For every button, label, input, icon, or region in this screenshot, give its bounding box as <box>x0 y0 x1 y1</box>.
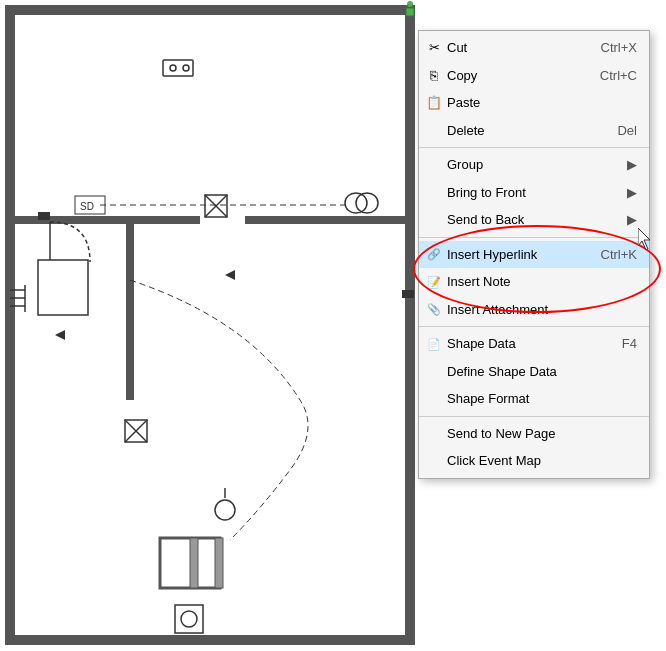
paste-icon: 📋 <box>425 94 443 112</box>
insert-hyperlink-label: Insert Hyperlink <box>447 245 537 265</box>
menu-item-bring-to-front[interactable]: Bring to Front ▶ <box>419 179 649 207</box>
send-to-new-page-label: Send to New Page <box>447 424 555 444</box>
separator-4 <box>419 416 649 417</box>
separator-1 <box>419 147 649 148</box>
svg-rect-37 <box>215 538 223 588</box>
menu-item-paste[interactable]: 📋 Paste <box>419 89 649 117</box>
menu-item-insert-note[interactable]: 📝 Insert Note <box>419 268 649 296</box>
menu-item-define-shape-data[interactable]: Define Shape Data <box>419 358 649 386</box>
delete-shortcut: Del <box>617 121 637 141</box>
svg-rect-34 <box>402 290 414 298</box>
shape-data-label: Shape Data <box>447 334 516 354</box>
insert-attachment-label: Insert Attachment <box>447 300 548 320</box>
send-to-back-label: Send to Back <box>447 210 524 230</box>
menu-item-delete[interactable]: Delete Del <box>419 117 649 145</box>
click-event-map-label: Click Event Map <box>447 451 541 471</box>
canvas: SD <box>0 0 666 651</box>
insert-note-label: Insert Note <box>447 272 511 292</box>
svg-rect-36 <box>190 538 198 588</box>
menu-item-shape-format[interactable]: Shape Format <box>419 385 649 413</box>
menu-item-cut[interactable]: ✂ Cut Ctrl+X <box>419 34 649 62</box>
svg-text:SD: SD <box>80 201 94 212</box>
cut-label: Cut <box>447 38 467 58</box>
svg-rect-18 <box>38 260 88 315</box>
bring-to-front-arrow: ▶ <box>627 183 637 203</box>
attachment-icon: 📎 <box>425 300 443 318</box>
menu-item-click-event-map[interactable]: Click Event Map <box>419 447 649 475</box>
svg-marker-32 <box>406 8 414 16</box>
menu-item-send-to-new-page[interactable]: Send to New Page <box>419 420 649 448</box>
svg-rect-15 <box>38 212 50 220</box>
menu-item-send-to-back[interactable]: Send to Back ▶ <box>419 206 649 234</box>
shape-format-label: Shape Format <box>447 389 529 409</box>
paste-label: Paste <box>447 93 480 113</box>
context-menu: ✂ Cut Ctrl+X ⎘ Copy Ctrl+C 📋 Paste Delet… <box>418 30 650 479</box>
svg-marker-24 <box>225 270 235 280</box>
svg-point-26 <box>215 500 235 520</box>
hyperlink-icon: 🔗 <box>425 245 443 263</box>
cut-shortcut: Ctrl+X <box>601 38 637 58</box>
copy-shortcut: Ctrl+C <box>600 66 637 86</box>
group-label: Group <box>447 155 483 175</box>
menu-item-insert-attachment[interactable]: 📎 Insert Attachment <box>419 296 649 324</box>
send-to-back-arrow: ▶ <box>627 210 637 230</box>
cut-icon: ✂ <box>425 39 443 57</box>
group-arrow: ▶ <box>627 155 637 175</box>
shape-data-shortcut: F4 <box>622 334 637 354</box>
menu-item-copy[interactable]: ⎘ Copy Ctrl+C <box>419 62 649 90</box>
shape-data-icon: 📄 <box>425 335 443 353</box>
delete-label: Delete <box>447 121 485 141</box>
menu-item-insert-hyperlink[interactable]: 🔗 Insert Hyperlink Ctrl+K <box>419 241 649 269</box>
insert-hyperlink-shortcut: Ctrl+K <box>601 245 637 265</box>
menu-item-shape-data[interactable]: 📄 Shape Data F4 <box>419 330 649 358</box>
define-shape-data-label: Define Shape Data <box>447 362 557 382</box>
menu-item-group[interactable]: Group ▶ <box>419 151 649 179</box>
copy-label: Copy <box>447 66 477 86</box>
svg-point-33 <box>407 1 413 7</box>
copy-icon: ⎘ <box>425 66 443 84</box>
note-icon: 📝 <box>425 273 443 291</box>
svg-marker-23 <box>55 330 65 340</box>
svg-rect-29 <box>175 605 203 633</box>
bring-to-front-label: Bring to Front <box>447 183 526 203</box>
separator-2 <box>419 237 649 238</box>
separator-3 <box>419 326 649 327</box>
